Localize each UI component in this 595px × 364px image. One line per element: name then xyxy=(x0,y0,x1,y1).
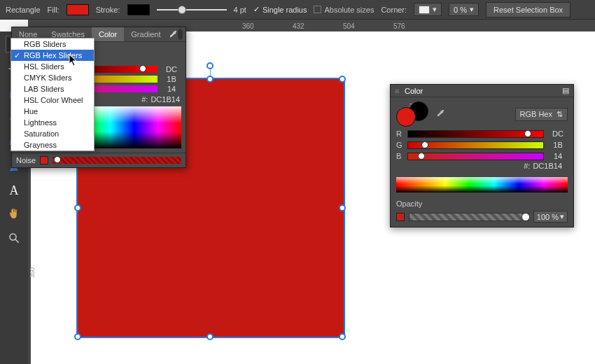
context-bar: Rectangle Fill: Stroke: 4 pt ✓Single rad… xyxy=(0,0,595,20)
noise-swatch xyxy=(40,156,48,164)
chevron-down-icon: ▾ xyxy=(433,5,437,14)
ruler-tick-label: 350 xyxy=(29,267,36,278)
stroke-label: Stroke: xyxy=(96,6,120,14)
eyedropper-button[interactable] xyxy=(435,108,449,120)
panel-menu-button[interactable]: ▤ xyxy=(562,86,569,95)
slider-mode-dropdown[interactable] xyxy=(178,29,183,40)
selection-handle-s[interactable] xyxy=(206,333,214,340)
opacity-slider[interactable] xyxy=(409,213,529,221)
svg-point-3 xyxy=(10,234,16,240)
check-icon: ✓ xyxy=(14,51,20,60)
menu-item-lightness[interactable]: Lightness xyxy=(11,117,94,128)
green-value[interactable]: 1B xyxy=(162,75,181,83)
absolute-sizes-label: Absolute sizes xyxy=(324,6,374,14)
menu-item-hue[interactable]: Hue xyxy=(11,106,94,117)
menu-item-saturation[interactable]: Saturation xyxy=(11,128,94,139)
chevron-down-icon: ▾ xyxy=(560,212,564,221)
corner-label: Corner: xyxy=(381,6,407,14)
eyedropper-button[interactable] xyxy=(168,27,178,41)
fill-color-well[interactable] xyxy=(396,107,416,127)
red-value[interactable]: DC xyxy=(162,65,181,74)
selection-handle-w[interactable] xyxy=(74,204,81,211)
hand-tool[interactable] xyxy=(6,206,22,222)
popover-tab-gradient[interactable]: Gradient xyxy=(124,27,167,41)
object-type-label: Rectangle xyxy=(6,6,41,14)
color-panel-title[interactable]: Color xyxy=(405,87,423,95)
opacity-value-dropdown[interactable]: 100 %▾ xyxy=(533,211,568,223)
reset-selection-box-button[interactable]: Reset Selection Box xyxy=(486,2,570,18)
noise-label: Noise xyxy=(16,156,36,164)
opacity-value: 100 % xyxy=(537,213,559,221)
ruler-tick-label: 360 xyxy=(242,22,254,30)
corner-value: 0 % xyxy=(454,6,467,14)
fill-swatch[interactable] xyxy=(66,4,89,15)
corner-value-dropdown[interactable]: 0 %▾ xyxy=(449,3,479,16)
ruler-tick-label: 576 xyxy=(393,22,405,30)
channel-b-slider[interactable] xyxy=(407,153,544,160)
menu-item-hsl-sliders[interactable]: HSL Sliders xyxy=(11,61,94,72)
channel-b-value[interactable]: 14 xyxy=(548,152,568,160)
zoom-tool[interactable] xyxy=(6,230,22,246)
ruler-tick-label: 504 xyxy=(343,22,355,30)
stroke-width-slider[interactable] xyxy=(157,9,227,10)
channel-r-label: R xyxy=(396,130,403,138)
hex-label: #: xyxy=(141,95,148,104)
popover-tab-color[interactable]: Color xyxy=(92,27,124,41)
selection-handle-sw[interactable] xyxy=(74,333,81,340)
hex-value[interactable]: DC1B14 xyxy=(533,162,562,170)
opacity-label: Opacity xyxy=(396,200,568,208)
menu-item-grayness[interactable]: Grayness xyxy=(11,139,94,150)
menu-item-lab-sliders[interactable]: LAB Sliders xyxy=(11,83,94,94)
opacity-swatch xyxy=(396,213,405,221)
single-radius-checkbox[interactable]: ✓Single radius xyxy=(253,5,307,14)
slider-mode-menu: RGB Sliders ✓RGB Hex Sliders HSL Sliders… xyxy=(10,38,94,151)
stroke-width-value: 4 pt xyxy=(234,6,246,14)
panel-spectrum-picker[interactable] xyxy=(396,177,568,192)
color-model-select[interactable]: RGB Hex⇅ xyxy=(515,108,568,121)
updown-icon: ⇅ xyxy=(556,110,563,119)
noise-slider[interactable] xyxy=(52,157,181,164)
menu-item-cmyk-sliders[interactable]: CMYK Sliders xyxy=(11,72,94,83)
panel-grip-icon[interactable]: ≡ xyxy=(395,90,405,92)
channel-r-value[interactable]: DC xyxy=(548,130,568,138)
check-icon: ✓ xyxy=(253,5,260,14)
selection-handle-n[interactable] xyxy=(206,76,214,83)
mouse-cursor-icon xyxy=(69,54,78,66)
corner-preview-icon xyxy=(419,6,430,14)
corner-type-dropdown[interactable]: ▾ xyxy=(414,3,442,16)
selection-handle-se[interactable] xyxy=(339,333,346,340)
channel-g-slider[interactable] xyxy=(407,141,544,149)
menu-item-rgb-sliders[interactable]: RGB Sliders xyxy=(11,38,94,50)
text-tool[interactable]: A xyxy=(6,183,22,198)
hex-label: #: xyxy=(524,162,530,170)
color-model-label: RGB Hex xyxy=(520,110,552,118)
single-radius-label: Single radius xyxy=(262,6,307,14)
fill-label: Fill: xyxy=(48,6,59,14)
ruler-tick-label: 432 xyxy=(293,22,304,30)
menu-item-rgb-hex-sliders[interactable]: ✓RGB Hex Sliders xyxy=(11,50,94,61)
selection-handle-e[interactable] xyxy=(339,204,346,211)
menu-item-hsl-color-wheel[interactable]: HSL Color Wheel xyxy=(11,94,94,106)
channel-g-value[interactable]: 1B xyxy=(548,141,568,149)
color-panel: ≡ Color ▤ ⇄ RGB Hex⇅ RDC G1B B14 #:DC1B1… xyxy=(390,84,574,227)
blue-value[interactable]: 14 xyxy=(162,85,181,93)
hex-value[interactable]: DC1B14 xyxy=(150,95,180,104)
channel-g-label: G xyxy=(396,141,403,149)
absolute-sizes-checkbox[interactable]: Absolute sizes xyxy=(314,6,374,14)
stroke-swatch[interactable] xyxy=(127,4,150,15)
selection-handle-ne[interactable] xyxy=(339,76,346,83)
rotation-handle[interactable] xyxy=(206,62,214,69)
channel-r-slider[interactable] xyxy=(407,130,544,138)
svg-line-4 xyxy=(15,239,19,243)
chevron-down-icon: ▾ xyxy=(470,5,474,14)
channel-b-label: B xyxy=(396,152,403,160)
fill-stroke-wells[interactable]: ⇄ xyxy=(396,102,430,127)
